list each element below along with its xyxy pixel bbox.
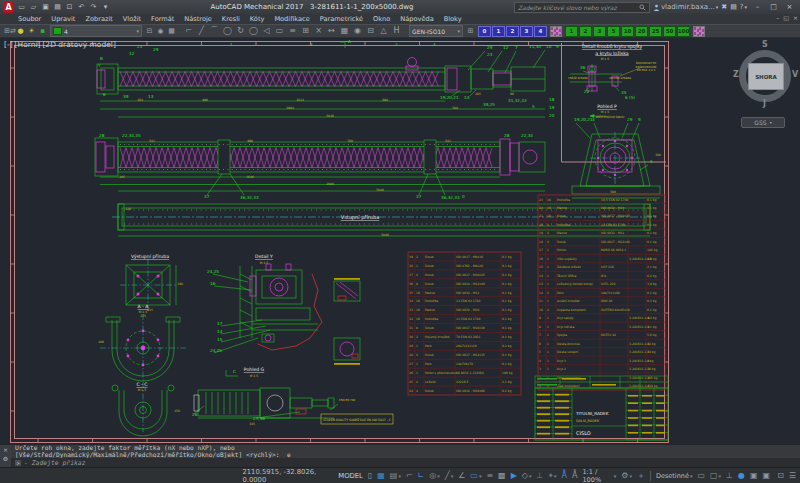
clean-screen-icon[interactable]: ⊡	[777, 471, 784, 480]
menu-parametrické[interactable]: Parametrické	[320, 15, 363, 23]
customize-icon[interactable]: ☰	[789, 471, 796, 480]
transparency-icon[interactable]: ▩	[498, 471, 506, 480]
dimstyle-dropdown[interactable]: GEN-ISO10 ▾	[409, 25, 463, 37]
draw-tool-icon-14[interactable]: ⊟	[365, 26, 376, 36]
menu-upravit[interactable]: Upravit	[51, 15, 75, 23]
command-input[interactable]: > - Zadejte příkaz	[11, 458, 800, 467]
lock-ui-icon[interactable]: ▣	[750, 471, 758, 480]
doc-restore-button[interactable]: ◱	[783, 14, 789, 21]
viewcube-north[interactable]: S	[762, 40, 768, 49]
minimize-button[interactable]: –	[750, 2, 765, 13]
menu-nástroje[interactable]: Nástroje	[184, 15, 211, 23]
draw-tool-icon-2[interactable]: ⌒	[209, 26, 220, 36]
dyninput-icon[interactable]: ⌖▾	[548, 471, 556, 481]
scale-tool-icon[interactable]: ⊞	[466, 26, 475, 36]
annotation-scale-button[interactable]: 1:1 / 100%▾	[582, 468, 616, 483]
ucs-button[interactable]: GSS ▾	[741, 117, 785, 128]
infer-icon[interactable]: ⌐	[406, 471, 413, 480]
drawing-canvas[interactable]: [-] [Horní] [2D drátový model]	[0, 38, 800, 445]
menu-vložit[interactable]: Vložit	[123, 15, 141, 23]
scale-button-2[interactable]: 2	[506, 26, 519, 37]
layer-state-icon-2[interactable]: ▪	[38, 26, 47, 36]
command-tools-icon[interactable]: ⚙	[3, 455, 8, 462]
qat-icon-0[interactable]: ▭	[17, 3, 26, 11]
ortho-icon[interactable]: ∟	[418, 471, 425, 480]
trusted-icon[interactable]: ▣	[763, 471, 771, 480]
qat-icon-2[interactable]: ▣	[41, 3, 50, 11]
layer-state-icon-1[interactable]: ☀	[27, 26, 36, 36]
draw-tool-icon-1[interactable]: ╱	[196, 26, 207, 36]
scale-pattern-icon-1[interactable]	[550, 26, 562, 37]
menu-modifikace[interactable]: Modifikace	[274, 15, 309, 23]
scale-button-4[interactable]: 4	[534, 26, 547, 37]
osnap3d-icon[interactable]: ◇▾	[522, 471, 532, 480]
menu-formát[interactable]: Formát	[151, 15, 174, 23]
scale-button-50[interactable]: 50	[663, 26, 676, 37]
scale-button-3[interactable]: 3	[593, 26, 606, 37]
qat-icon-7[interactable]: ▾	[101, 3, 110, 11]
layer-util-icon-2[interactable]: ▦	[167, 26, 176, 36]
settings-gear-icon[interactable]: ⚙▾	[621, 471, 632, 480]
draw-tool-icon-9[interactable]: ⊞	[300, 26, 311, 36]
scale-button-5[interactable]: 5	[607, 26, 620, 37]
autoscale-icon[interactable]: Å	[572, 471, 577, 480]
qat-icon-4[interactable]: ⊡	[65, 3, 74, 11]
scale-button-0[interactable]: 0	[478, 26, 491, 37]
isodraft-icon[interactable]: ╱▾	[445, 471, 453, 480]
infocenter-search[interactable]: Zadejte klíčové slovo nebo výraz	[514, 2, 650, 13]
help-icon[interactable]: ?▾	[740, 3, 747, 11]
scale-button-2[interactable]: 2	[579, 26, 592, 37]
annovis-icon[interactable]: Å	[562, 471, 567, 480]
tray-icon[interactable]: ▭	[697, 471, 705, 480]
add-scale-icon[interactable]: ＋	[637, 470, 645, 481]
draw-tool-icon-16[interactable]: H	[391, 26, 402, 36]
scale-button-1[interactable]: 1	[492, 26, 505, 37]
doc-close-button[interactable]: ×	[793, 14, 798, 21]
polar-icon[interactable]: ◎▾	[429, 471, 440, 480]
layer-util-icon-1[interactable]: ◉	[156, 26, 165, 36]
draw-tool-icon-3[interactable]: ◯	[222, 26, 233, 36]
appstore-icon[interactable]: ▤	[730, 3, 737, 11]
scale-pattern-icon-2[interactable]	[693, 26, 705, 37]
viewcube-south[interactable]: J	[763, 99, 766, 108]
snap-icon[interactable]: ▤▾	[390, 471, 401, 480]
qat-icon-5[interactable]: ↶	[77, 3, 86, 11]
layer-tool-icon-1[interactable]: ⇄	[10, 27, 16, 35]
draw-tool-icon-6[interactable]: ◁	[261, 26, 272, 36]
units-button[interactable]: Desetinné▾	[656, 472, 693, 480]
doc-minimize-button[interactable]: –	[776, 14, 779, 21]
draw-tool-icon-10[interactable]: ×	[313, 26, 324, 36]
signin-control[interactable]: vladimir.baxa... ▾	[653, 3, 718, 11]
command-close-icon[interactable]: ×	[3, 446, 8, 453]
viewcube-east[interactable]: V	[792, 70, 798, 79]
dynucs-icon[interactable]: ⊥	[537, 471, 544, 480]
scale-button-25[interactable]: 25	[649, 26, 662, 37]
draw-tool-icon-0[interactable]: ⌐	[183, 26, 194, 36]
viewport-visual-style[interactable]: [2D drátový model]	[42, 40, 115, 49]
qat-icon-3[interactable]: ▤	[53, 3, 62, 11]
layer-state-icon-0[interactable]: ●	[16, 26, 25, 36]
monitor-icon[interactable]: ▢▾	[710, 471, 721, 480]
viewport-view[interactable]: [Horní]	[15, 40, 41, 49]
draw-tool-icon-4[interactable]: ↻	[235, 26, 246, 36]
close-button[interactable]: ×	[782, 2, 797, 13]
menu-soubor[interactable]: Soubor	[18, 15, 41, 23]
scale-button-100[interactable]: 100	[677, 26, 690, 37]
menu-okno[interactable]: Okno	[373, 15, 390, 23]
draw-tool-icon-13[interactable]: ◉	[352, 26, 363, 36]
draw-tool-icon-8[interactable]: ≡	[287, 26, 298, 36]
menu-kresli[interactable]: Kresli	[222, 15, 240, 23]
layer-dropdown[interactable]: 4 ▾	[50, 25, 142, 37]
osnap-icon[interactable]: ▭▾	[470, 471, 481, 480]
draw-tool-icon-15[interactable]: △	[378, 26, 389, 36]
qat-icon-1[interactable]: ▱	[29, 3, 38, 11]
menu-bloky[interactable]: Bloky	[444, 15, 462, 23]
viewcube-west[interactable]: Z	[733, 70, 739, 79]
draw-tool-icon-7[interactable]: ▭	[274, 26, 285, 36]
angle-icon[interactable]: ∠	[458, 471, 465, 480]
scale-button-1[interactable]: 1	[565, 26, 578, 37]
isolate-icon[interactable]: ⊥	[726, 471, 733, 480]
menu-kóty[interactable]: Kóty	[250, 15, 265, 23]
draw-tool-icon-5[interactable]: ◯	[248, 26, 259, 36]
command-history[interactable]: Určete roh okna, zadejte faktor měřítka …	[11, 445, 800, 458]
